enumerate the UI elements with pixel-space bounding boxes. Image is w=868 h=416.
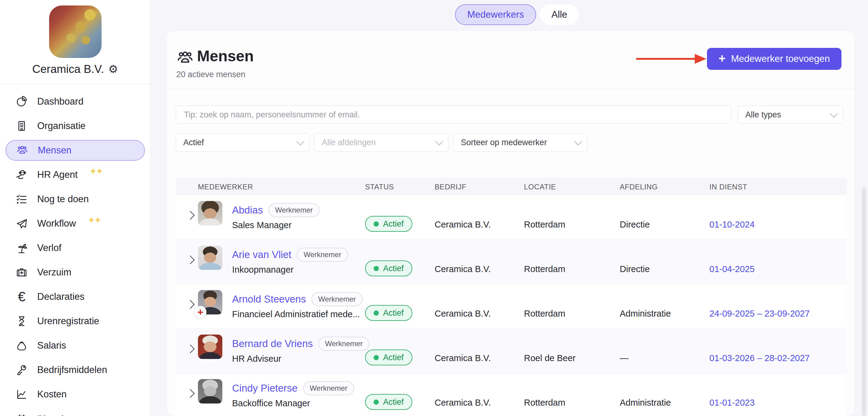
sidebar-item-mensen[interactable]: Mensen xyxy=(5,140,145,161)
employee-role: Inkoopmanager xyxy=(232,265,294,275)
sidebar-item-verzuim[interactable]: Verzuim xyxy=(5,262,145,283)
column-header-status: STATUS xyxy=(365,183,394,191)
in-service-date-link[interactable]: 01-03-2026 – 28-02-2027 xyxy=(709,353,810,363)
paper-plane-icon xyxy=(14,217,29,231)
sidebar-item-organisatie[interactable]: Organisatie xyxy=(5,116,145,136)
row-expand-chevron[interactable] xyxy=(186,300,194,309)
sidebar-item-label: Planning xyxy=(37,414,74,416)
status-badge: Actief xyxy=(365,260,412,276)
sidebar-item-dashboard[interactable]: Dashboard xyxy=(5,91,145,112)
red-arrow-annotation xyxy=(636,53,706,65)
sidebar-item-label: Verzuim xyxy=(37,267,71,278)
employee-name-link[interactable]: Cindy Pieterse xyxy=(232,382,298,394)
add-employee-button[interactable]: + Medewerker toevoegen xyxy=(707,48,841,70)
row-expand-chevron[interactable] xyxy=(186,389,194,398)
page-scrollbar[interactable] xyxy=(862,188,866,416)
department-cell: — xyxy=(620,353,628,363)
toggle-medewerkers[interactable]: Medewerkers xyxy=(455,4,536,25)
avatar xyxy=(198,246,222,270)
toggle-alle[interactable]: Alle xyxy=(540,4,579,25)
chevron-down-icon xyxy=(297,137,304,145)
building-icon xyxy=(14,119,29,133)
header-divider xyxy=(166,89,855,89)
employee-name-link[interactable]: Arie van Vliet xyxy=(232,249,291,260)
employee-role: Backoffice Manager xyxy=(232,398,310,408)
sidebar-item-label: Salaris xyxy=(37,340,66,351)
plus-icon: + xyxy=(718,52,725,64)
in-service-date-link[interactable]: 24-09-2025 – 23-09-2027 xyxy=(709,309,810,319)
company-cell: Ceramica B.V. xyxy=(435,220,491,230)
row-expand-chevron[interactable] xyxy=(186,345,194,353)
in-service-date-link[interactable]: 01-04-2025 xyxy=(709,264,754,274)
calendar-icon xyxy=(14,412,29,416)
table-row[interactable]: + Arnold Steevens Werknemer Financieel A… xyxy=(176,284,847,329)
in-service-date-link[interactable]: 01-01-2023 xyxy=(709,398,754,408)
sidebar-item-nog-te-doen[interactable]: Nog te doen xyxy=(5,189,145,210)
company-cell: Ceramica B.V. xyxy=(435,398,491,408)
chevron-down-icon xyxy=(574,137,582,145)
department-filter-dropdown[interactable]: Alle afdelingen xyxy=(314,133,448,152)
employee-type-badge: Werknemer xyxy=(297,248,348,262)
status-dot-icon xyxy=(374,311,379,316)
sparkles-icon: ✦✦ xyxy=(88,215,100,225)
view-toggle: Medewerkers Alle xyxy=(455,4,579,25)
department-cell: Administratie xyxy=(620,309,671,319)
employee-type-badge: Werknemer xyxy=(303,381,354,395)
sidebar-item-bedrijfsmiddelen[interactable]: Bedrijfsmiddelen xyxy=(5,359,145,380)
sidebar-nav: Dashboard Organisatie Mensen HR Agent ✦✦… xyxy=(0,84,150,416)
in-service-date-link[interactable]: 01-10-2024 xyxy=(709,220,754,230)
table-row[interactable]: Bernard de Vriens Werknemer HR Adviseur … xyxy=(176,329,847,373)
chevron-down-icon xyxy=(830,110,837,118)
status-dot-icon xyxy=(374,221,379,227)
chevron-down-icon xyxy=(435,137,443,145)
location-cell: Rotterdam xyxy=(524,309,565,319)
people-icon xyxy=(176,49,194,67)
employee-role: Financieel Administratief mede... xyxy=(232,309,360,319)
gear-icon[interactable]: ⚙ xyxy=(108,63,118,76)
sidebar-item-label: Organisatie xyxy=(37,121,86,131)
search-input[interactable] xyxy=(176,105,732,124)
table-row[interactable]: Cindy Pieterse Werknemer Backoffice Mana… xyxy=(176,373,847,416)
sidebar-item-urenregistratie[interactable]: Urenregistratie xyxy=(5,311,145,331)
sidebar-item-label: HR Agent xyxy=(37,169,78,180)
row-expand-chevron[interactable] xyxy=(186,256,194,264)
status-dot-icon xyxy=(374,399,379,405)
company-cell: Ceramica B.V. xyxy=(435,309,491,319)
checklist-icon xyxy=(14,192,29,206)
sidebar-item-hr-agent[interactable]: HR Agent ✦✦ xyxy=(5,164,145,185)
sidebar-item-declaraties[interactable]: € Declaraties xyxy=(5,286,145,307)
hourglass-icon xyxy=(14,314,29,328)
sidebar: Ceramica B.V. ⚙ Dashboard Organisatie Me… xyxy=(0,0,151,416)
sidebar-item-planning[interactable]: Planning xyxy=(5,409,145,416)
status-badge: Actief xyxy=(365,350,412,365)
sidebar-item-label: Verlof xyxy=(37,243,61,253)
sidebar-item-verlof[interactable]: Verlof xyxy=(5,237,145,258)
sort-dropdown[interactable]: Sorteer op medewerker xyxy=(453,133,588,152)
sidebar-item-label: Nog te doen xyxy=(37,194,89,205)
sidebar-item-kosten[interactable]: Kosten xyxy=(5,384,145,405)
sidebar-item-salaris[interactable]: Salaris xyxy=(5,335,145,356)
sidebar-item-workflow[interactable]: Workflow ✦✦ xyxy=(5,213,145,234)
employee-name-link[interactable]: Bernard de Vriens xyxy=(232,338,313,350)
location-cell: Rotterdam xyxy=(524,220,565,230)
employee-name-link[interactable]: Arnold Steevens xyxy=(232,293,306,305)
money-bag-icon xyxy=(14,339,29,353)
department-cell: Directie xyxy=(620,264,650,274)
table-row[interactable]: Abdias Werknemer Sales Manager Actief Ce… xyxy=(176,195,847,240)
employee-type-badge: Werknemer xyxy=(318,337,370,351)
department-cell: Directie xyxy=(620,220,650,230)
department-cell: Administratie xyxy=(620,398,671,408)
employee-name-link[interactable]: Abdias xyxy=(232,204,263,216)
type-filter-dropdown[interactable]: Alle types xyxy=(738,105,843,124)
status-filter-dropdown[interactable]: Actief xyxy=(176,133,310,152)
column-header-bedrijf: BEDRIJF xyxy=(435,183,466,191)
table-header: MEDEWERKER STATUS BEDRIJF LOCATIE AFDELI… xyxy=(176,178,847,195)
people-card: Mensen 20 actieve mensen + Medewerker to… xyxy=(166,31,855,416)
status-dot-icon xyxy=(374,355,379,360)
row-expand-chevron[interactable] xyxy=(186,211,194,220)
key-icon xyxy=(14,363,29,377)
chart-icon xyxy=(14,387,29,402)
table-row[interactable]: Arie van Vliet Werknemer Inkoopmanager A… xyxy=(176,240,847,284)
avatar xyxy=(198,334,222,359)
avatar: + xyxy=(198,290,222,314)
